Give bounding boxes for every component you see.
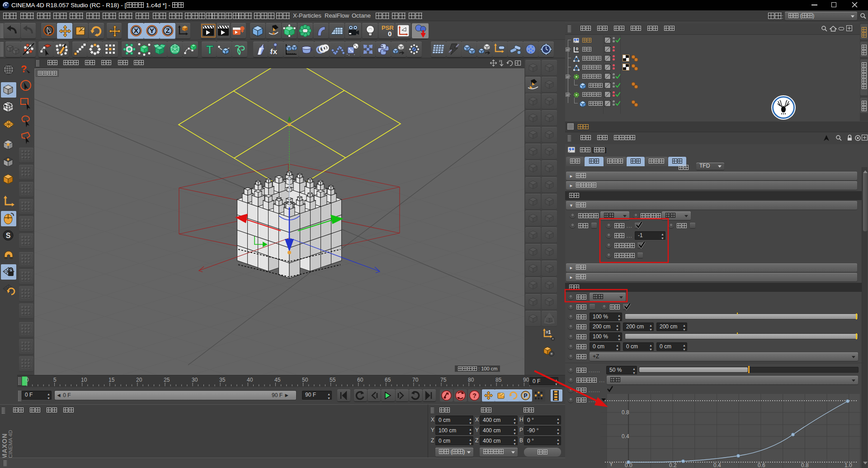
svg-text:X: X: [133, 27, 138, 34]
svg-text:Y: Y: [149, 27, 154, 34]
svg-text:P: P: [524, 393, 527, 399]
svg-text:?: ?: [472, 392, 476, 399]
svg-text:=1: =1: [546, 330, 551, 335]
svg-text:fx: fx: [270, 47, 278, 56]
svg-text:S: S: [6, 232, 11, 239]
svg-text:0: 0: [576, 47, 578, 51]
svg-text:Z: Z: [165, 27, 170, 34]
svg-text:0: 0: [388, 30, 392, 37]
svg-text:T: T: [206, 43, 213, 56]
